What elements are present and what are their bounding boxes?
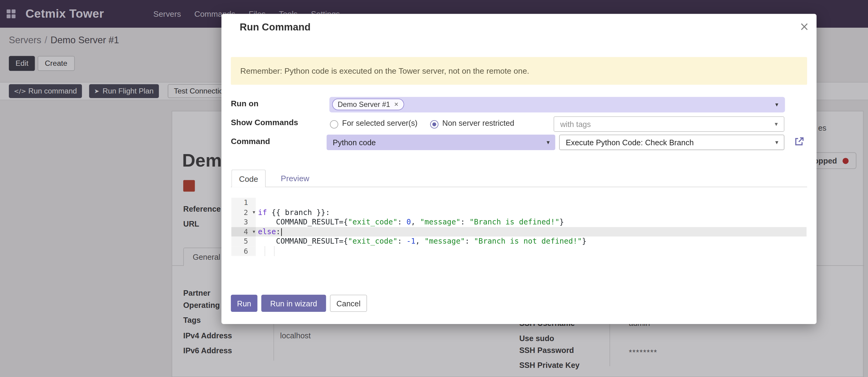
editor-line[interactable]: 6 bbox=[231, 246, 807, 256]
editor-line[interactable]: 1 bbox=[231, 198, 807, 207]
editor-line[interactable]: 5 COMMAND_RESULT={"exit_code": -1, "mess… bbox=[231, 237, 807, 246]
stage: Cetmix Tower Servers Commands Files Tool… bbox=[0, 0, 868, 377]
indent-guide bbox=[274, 246, 275, 256]
editor-line[interactable]: 4▾else: bbox=[231, 227, 807, 237]
command-select-value: Execute Python Code: Check Branch bbox=[566, 138, 693, 147]
server-chip[interactable]: Demo Server #1 ✕ bbox=[332, 99, 404, 110]
fold-arrow-icon[interactable]: ▾ bbox=[253, 207, 255, 217]
run-button[interactable]: Run bbox=[231, 295, 257, 312]
editor-gutter: 1 bbox=[231, 198, 256, 207]
editor-code-line bbox=[256, 246, 807, 256]
command-type-select[interactable]: Python code ▾ bbox=[327, 135, 555, 150]
with-tags-placeholder: with tags bbox=[560, 120, 591, 128]
command-label: Command bbox=[231, 137, 270, 146]
editor-code-line: COMMAND_RESULT={"exit_code": -1, "messag… bbox=[256, 237, 807, 246]
command-type-value: Python code bbox=[333, 138, 376, 147]
editor-line[interactable]: 3 COMMAND_RESULT={"exit_code": 0, "messa… bbox=[231, 217, 807, 227]
external-link-icon[interactable] bbox=[794, 136, 804, 147]
cancel-button[interactable]: Cancel bbox=[330, 295, 367, 312]
editor-code-line: COMMAND_RESULT={"exit_code": 0, "message… bbox=[256, 217, 807, 227]
chevron-down-icon: ▾ bbox=[547, 139, 550, 146]
indent-guide bbox=[265, 246, 265, 256]
show-commands-label: Show Commands bbox=[231, 118, 298, 127]
editor-gutter: 6 bbox=[231, 246, 256, 256]
radio-non-server-restricted[interactable] bbox=[430, 120, 438, 128]
radio-for-selected-servers[interactable] bbox=[330, 120, 338, 128]
editor-gutter: 2▾ bbox=[231, 207, 256, 217]
close-icon[interactable]: × bbox=[797, 20, 811, 34]
editor-line[interactable]: 2▾if {{ branch }}: bbox=[231, 207, 807, 217]
code-editor[interactable]: 12▾if {{ branch }}:3 COMMAND_RESULT={"ex… bbox=[231, 198, 807, 256]
radio-label-non-server-restricted[interactable]: Non server restricted bbox=[442, 118, 514, 127]
run-on-label: Run on bbox=[231, 99, 258, 108]
command-select[interactable]: Execute Python Code: Check Branch ▾ bbox=[559, 135, 784, 150]
editor-code-line: else: bbox=[256, 227, 807, 237]
fold-arrow-icon[interactable]: ▾ bbox=[253, 227, 255, 237]
tab-preview[interactable]: Preview bbox=[275, 170, 315, 187]
chevron-down-icon: ▾ bbox=[775, 121, 778, 128]
chevron-down-icon: ▾ bbox=[775, 139, 778, 146]
editor-code-line bbox=[256, 198, 807, 207]
with-tags-select[interactable]: with tags ▾ bbox=[554, 116, 784, 132]
editor-gutter: 3 bbox=[231, 217, 256, 227]
run-on-field[interactable]: Demo Server #1 ✕ ▾ bbox=[329, 97, 785, 112]
modal-title: Run Command bbox=[240, 22, 311, 33]
tabs-underline bbox=[231, 187, 807, 187]
text-cursor bbox=[281, 228, 282, 235]
run-in-wizard-button[interactable]: Run in wizard bbox=[261, 295, 326, 312]
editor-code-line: if {{ branch }}: bbox=[256, 207, 807, 217]
chevron-down-icon[interactable]: ▾ bbox=[775, 101, 778, 108]
viewport: Cetmix Tower Servers Commands Files Tool… bbox=[0, 0, 868, 377]
server-chip-label: Demo Server #1 bbox=[338, 100, 390, 108]
radio-label-for-selected-servers[interactable]: For selected server(s) bbox=[342, 118, 417, 127]
editor-gutter: 5 bbox=[231, 237, 256, 246]
warning-alert: Remember: Python code is executed on the… bbox=[231, 57, 807, 85]
chip-remove-icon[interactable]: ✕ bbox=[394, 102, 398, 108]
tab-code[interactable]: Code bbox=[231, 170, 266, 187]
editor-gutter: 4▾ bbox=[231, 227, 256, 237]
run-command-modal: Run Command × Remember: Python code is e… bbox=[222, 14, 816, 324]
